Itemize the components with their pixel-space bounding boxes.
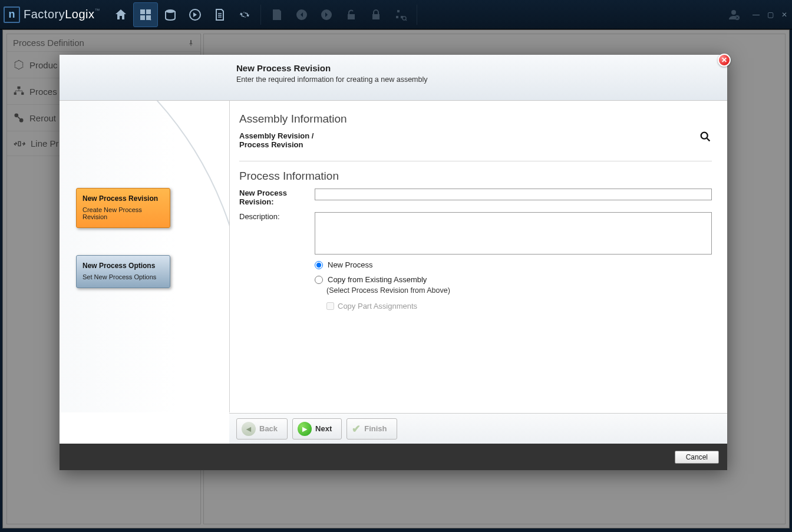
checkbox-copy-parts	[326, 302, 334, 310]
back-button[interactable]: ◄Back	[236, 418, 288, 440]
wizard-step-new-revision[interactable]: New Process Revision Create New Process …	[76, 188, 170, 228]
checkbox-copy-parts-label: Copy Part Assignments	[338, 302, 417, 310]
globe-arrow-icon[interactable]	[183, 2, 207, 27]
redo-icon[interactable]	[314, 2, 339, 27]
input-description[interactable]	[315, 212, 712, 255]
lock-icon[interactable]	[364, 2, 388, 27]
section-process-info: Process Information	[239, 170, 712, 183]
cancel-button[interactable]: Cancel	[675, 451, 719, 464]
home-icon[interactable]	[108, 2, 133, 27]
wizard-subtitle: Enter the required information for creat…	[236, 75, 727, 84]
label-description: Description:	[239, 212, 315, 221]
app-toolbar: n FactoryLogix™ — ▢ ✕	[0, 0, 792, 29]
minimize-button[interactable]: —	[752, 11, 760, 19]
radio-copy-existing[interactable]	[315, 276, 323, 284]
close-icon[interactable]: ✕	[718, 54, 731, 67]
app-brand: FactoryLogix™	[24, 8, 100, 21]
next-button[interactable]: ►Next	[292, 418, 342, 440]
svg-point-14	[701, 133, 708, 139]
finish-button[interactable]: ✔Finish	[346, 418, 397, 440]
tree-search-icon[interactable]	[388, 2, 413, 27]
section-assembly-info: Assembly Information	[239, 113, 712, 125]
svg-point-7	[731, 10, 736, 15]
svg-rect-5	[372, 14, 380, 19]
grid-edit-icon[interactable]	[133, 2, 158, 27]
user-icon[interactable]	[721, 2, 746, 27]
wizard-steps-panel: New Process Revision Create New Process …	[60, 101, 229, 412]
maximize-button[interactable]: ▢	[766, 11, 774, 19]
app-logo-icon: n	[4, 6, 20, 23]
unlock-icon[interactable]	[339, 2, 364, 27]
wizard-step-process-options[interactable]: New Process Options Set New Process Opti…	[76, 255, 170, 288]
input-new-process-revision[interactable]	[315, 189, 712, 200]
svg-rect-4	[348, 14, 355, 19]
button-label: Next	[315, 424, 332, 433]
wizard-step-desc: Create New Process Revision	[82, 206, 164, 220]
label-new-process-revision: New Process Revision:	[239, 189, 315, 206]
svg-point-0	[166, 9, 175, 13]
copy-hint: (Select Process Revision from Above)	[326, 286, 712, 295]
assembly-rev-label-2: Process Revision	[239, 140, 314, 149]
window-controls: — ▢ ✕	[752, 11, 788, 19]
wizard-step-title: New Process Options	[82, 262, 164, 270]
wizard-footer: Cancel	[60, 444, 727, 470]
gear-icon[interactable]	[232, 2, 257, 27]
wizard-nav: ◄Back ►Next ✔Finish	[229, 413, 727, 444]
undo-icon[interactable]	[289, 2, 314, 27]
document-icon[interactable]	[207, 2, 232, 27]
wizard-form: Assembly Information Assembly Revision /…	[229, 101, 727, 412]
wizard-step-title: New Process Revision	[82, 194, 164, 203]
search-icon[interactable]	[699, 130, 712, 147]
radio-new-process-label: New Process	[328, 260, 373, 269]
new-process-revision-wizard: ✕ New Process Revision Enter the require…	[60, 55, 727, 470]
button-label: Cancel	[686, 453, 708, 461]
save-icon[interactable]	[265, 2, 289, 27]
radio-new-process[interactable]	[315, 261, 323, 269]
wizard-step-desc: Set New Process Options	[82, 273, 164, 280]
wizard-title: New Process Revision	[236, 63, 727, 73]
assembly-rev-label-1: Assembly Revision /	[239, 131, 314, 140]
radio-copy-existing-label: Copy from Existing Assembly	[328, 275, 427, 284]
wizard-header: New Process Revision Enter the required …	[60, 55, 727, 101]
database-icon[interactable]	[158, 2, 183, 27]
close-button[interactable]: ✕	[780, 11, 788, 19]
button-label: Finish	[364, 424, 387, 433]
button-label: Back	[259, 424, 278, 433]
